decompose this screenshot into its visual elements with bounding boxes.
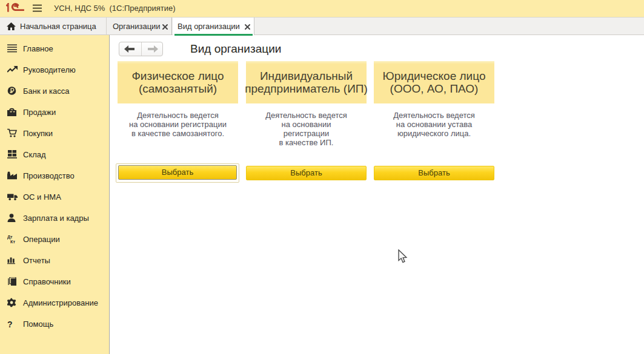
svg-text:Кт: Кт [10, 239, 15, 244]
svg-text:?: ? [7, 319, 13, 328]
